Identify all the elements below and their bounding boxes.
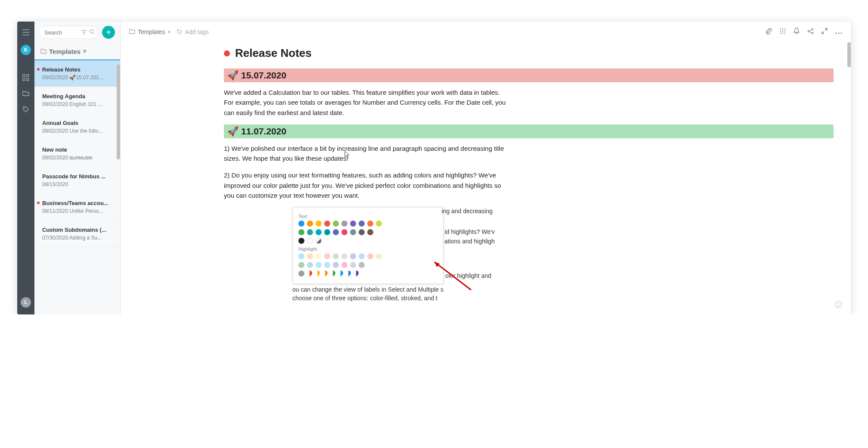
svg-point-16 — [808, 30, 809, 32]
color-swatch[interactable] — [333, 229, 339, 235]
color-swatch[interactable] — [307, 238, 313, 244]
svg-point-19 — [836, 33, 837, 34]
color-swatch[interactable] — [350, 229, 356, 235]
note-list: Release Notes09/02/2020 🚀15.07.202...Mee… — [34, 59, 120, 314]
color-swatch[interactable] — [359, 229, 365, 235]
svg-rect-1 — [27, 75, 29, 77]
color-swatch[interactable] — [306, 270, 313, 277]
color-swatch[interactable] — [341, 229, 347, 235]
grid-icon[interactable] — [780, 28, 786, 36]
document-title[interactable]: Release Notes — [235, 47, 312, 60]
search-input[interactable] — [44, 29, 79, 36]
color-swatch[interactable] — [307, 253, 313, 259]
color-swatch[interactable] — [324, 262, 330, 268]
color-swatch[interactable] — [341, 221, 347, 227]
color-swatch[interactable] — [324, 229, 330, 235]
folder-icon[interactable] — [22, 90, 29, 98]
color-swatch[interactable] — [353, 270, 360, 277]
color-swatch[interactable] — [359, 221, 365, 227]
color-swatch[interactable] — [345, 270, 352, 277]
user-avatar[interactable]: L — [21, 297, 31, 308]
paragraph[interactable]: 2) Do you enjoy using our text formattin… — [224, 170, 508, 200]
color-swatch[interactable] — [298, 229, 304, 235]
bell-icon[interactable] — [794, 28, 800, 36]
folder-header[interactable]: Templates ▾ — [34, 43, 120, 59]
add-tags[interactable]: Add tags — [177, 28, 209, 35]
color-swatch[interactable] — [298, 238, 304, 244]
color-swatch[interactable] — [376, 253, 382, 259]
note-item[interactable]: Business/Teams accou...08/11/2020 Unlike… — [34, 194, 120, 221]
color-swatch[interactable] — [316, 262, 322, 268]
note-item[interactable]: Annual Goals09/02/2020 Use the follo... — [34, 114, 120, 140]
color-swatch[interactable] — [367, 229, 373, 235]
color-swatch-none[interactable] — [316, 238, 322, 244]
date-heading-1[interactable]: 🚀 15.07.2020 — [224, 68, 834, 82]
color-swatch[interactable] — [324, 253, 330, 259]
svg-rect-3 — [27, 78, 29, 81]
workspace-avatar[interactable]: K — [21, 45, 31, 55]
color-swatch[interactable] — [341, 253, 347, 259]
svg-point-10 — [780, 31, 781, 31]
search-icon[interactable] — [89, 28, 95, 36]
note-item[interactable]: Release Notes09/02/2020 🚀15.07.202... — [34, 59, 120, 87]
color-swatch[interactable] — [333, 253, 339, 259]
color-swatch[interactable] — [367, 221, 373, 227]
status-dot — [37, 68, 40, 71]
color-swatch[interactable] — [316, 229, 322, 235]
breadcrumb[interactable]: Templates ▾ — [129, 28, 170, 35]
paragraph[interactable]: We've added a Calculation bar to our tab… — [224, 87, 508, 118]
add-button[interactable]: + — [102, 26, 115, 39]
main-scrollbar[interactable] — [847, 42, 851, 67]
note-item[interactable]: New note09/02/2020 выямывм — [34, 140, 120, 167]
add-tags-label: Add tags — [185, 28, 209, 35]
color-swatch[interactable] — [376, 221, 382, 227]
color-swatch[interactable] — [298, 221, 304, 227]
tag-icon[interactable] — [22, 106, 29, 115]
filter-icon[interactable] — [81, 28, 87, 36]
color-swatch[interactable] — [316, 221, 322, 227]
note-item[interactable]: Passcode for Nimbus ...08/13/2020 — [34, 167, 120, 194]
topbar: Templates ▾ Add tags — [121, 22, 851, 42]
color-swatch[interactable] — [307, 221, 313, 227]
color-swatch[interactable] — [324, 221, 330, 227]
emoji-icon[interactable] — [834, 301, 842, 310]
apps-icon[interactable] — [22, 74, 29, 83]
color-swatch[interactable] — [307, 229, 313, 235]
svg-rect-0 — [23, 75, 25, 77]
color-swatch[interactable] — [298, 253, 304, 259]
color-swatch[interactable] — [359, 262, 365, 268]
attachment-icon[interactable] — [766, 28, 772, 36]
note-item[interactable]: Meeting Agenda09/02/2020 English 101 ... — [34, 87, 120, 114]
color-swatch[interactable] — [333, 221, 339, 227]
search-box[interactable] — [39, 26, 99, 39]
note-item[interactable]: Custom Subdomains (...07/30/2020 Adding … — [34, 221, 120, 247]
chevron-down-icon: ▾ — [83, 47, 87, 55]
color-swatch[interactable] — [333, 262, 339, 268]
color-swatch[interactable] — [337, 270, 344, 277]
color-swatch[interactable] — [359, 253, 365, 259]
color-swatch[interactable] — [314, 270, 321, 277]
color-swatch[interactable] — [367, 253, 373, 259]
color-swatch[interactable] — [316, 253, 322, 259]
svg-point-17 — [812, 28, 813, 30]
menu-icon[interactable] — [22, 29, 29, 37]
svg-point-8 — [782, 28, 783, 29]
color-swatch[interactable] — [298, 271, 304, 277]
color-swatch[interactable] — [350, 253, 356, 259]
svg-rect-2 — [23, 78, 25, 81]
color-swatch[interactable] — [298, 262, 304, 268]
color-swatch[interactable] — [341, 262, 347, 268]
color-swatch[interactable] — [350, 262, 356, 268]
share-icon[interactable] — [807, 28, 814, 36]
color-swatch[interactable] — [329, 270, 337, 277]
more-icon[interactable] — [835, 28, 842, 36]
sidebar-scrollbar[interactable] — [117, 65, 120, 159]
color-swatch[interactable] — [350, 221, 356, 227]
expand-icon[interactable] — [822, 28, 828, 36]
paragraph[interactable]: 1) We've polished our interface a bit by… — [224, 143, 508, 164]
date-heading-2[interactable]: 🚀 11.07.2020 — [224, 124, 834, 138]
color-swatch[interactable] — [322, 270, 329, 277]
svg-point-22 — [835, 302, 842, 308]
chevron-down-icon: ▾ — [168, 29, 170, 35]
color-swatch[interactable] — [307, 262, 313, 268]
